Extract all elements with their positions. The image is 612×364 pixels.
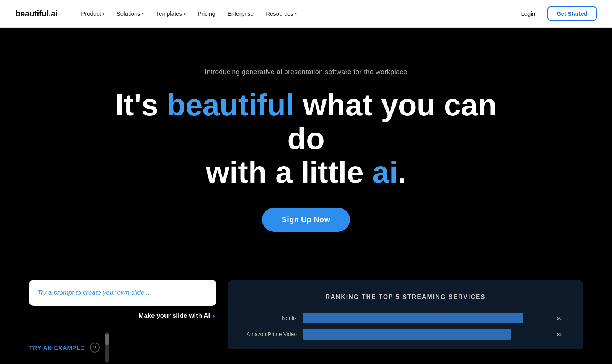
navbar: beautiful.ai Product ▾ Solutions ▾ Templ… — [0, 0, 612, 28]
chevron-down-icon: ▾ — [184, 11, 186, 16]
nav-item-pricing[interactable]: Pricing — [192, 7, 221, 20]
get-started-button[interactable]: Get Started — [547, 6, 597, 21]
chevron-down-icon: ▾ — [142, 11, 144, 16]
try-example-label[interactable]: TRY AN EXAMPLE — [29, 344, 85, 351]
headline-beautiful: beautiful — [167, 88, 294, 122]
make-slide-arrow-icon[interactable]: › — [212, 311, 215, 320]
scrollbar-thumb — [105, 334, 109, 345]
nav-actions: Login Get Started — [515, 6, 597, 21]
hero-section: Introducing generative ai presentation s… — [0, 28, 612, 265]
headline-part1: It's — [116, 88, 167, 122]
bottom-section: Make your slide with AI › TRY AN EXAMPLE… — [0, 265, 612, 363]
hero-headline: It's beautiful what you can dowith a lit… — [96, 88, 516, 189]
chart-label-netflix: Netflix — [243, 315, 297, 321]
chart-bar-container-netflix — [303, 313, 548, 323]
chart-bar-netflix — [303, 313, 523, 323]
chart-row-netflix: Netflix 90 — [243, 313, 568, 323]
chart-panel: RANKING THE TOP 5 STREAMING SERVICES Net… — [228, 280, 583, 349]
chart-value-netflix: 90 — [557, 315, 568, 321]
make-slide-label: Make your slide with AI — [138, 312, 210, 320]
nav-item-product[interactable]: Product ▾ — [76, 7, 110, 20]
nav-item-templates[interactable]: Templates ▾ — [151, 7, 191, 20]
chart-rows: Netflix 90 Amazon Prime Video 85 — [243, 313, 568, 340]
nav-item-solutions[interactable]: Solutions ▾ — [111, 7, 149, 20]
chart-title: RANKING THE TOP 5 STREAMING SERVICES — [243, 294, 568, 301]
left-panel: Make your slide with AI › TRY AN EXAMPLE… — [29, 280, 216, 363]
chart-label-amazon: Amazon Prime Video — [243, 331, 297, 337]
headline-period: . — [398, 155, 406, 189]
make-slide-row: Make your slide with AI › — [29, 306, 216, 320]
chevron-down-icon: ▾ — [103, 11, 104, 16]
chevron-down-icon: ▾ — [295, 11, 297, 16]
headline-ai: ai — [372, 155, 398, 189]
chart-bar-amazon — [303, 329, 511, 340]
chart-value-amazon: 85 — [557, 332, 568, 337]
try-example-row: TRY AN EXAMPLE ? — [29, 332, 216, 363]
scrollbar-track[interactable] — [105, 332, 109, 363]
help-icon[interactable]: ? — [90, 343, 100, 353]
logo[interactable]: beautiful.ai — [15, 9, 57, 19]
hero-subtitle: Introducing generative ai presentation s… — [205, 68, 407, 76]
nav-item-resources[interactable]: Resources ▾ — [260, 7, 302, 20]
nav-item-enterprise[interactable]: Enterprise — [222, 7, 259, 20]
signup-button[interactable]: Sign Up Now — [262, 208, 350, 232]
prompt-input[interactable] — [29, 280, 216, 306]
chart-row-amazon: Amazon Prime Video 85 — [243, 329, 568, 340]
nav-links: Product ▾ Solutions ▾ Templates ▾ Pricin… — [76, 7, 515, 20]
chart-bar-container-amazon — [303, 329, 548, 340]
login-button[interactable]: Login — [515, 7, 541, 20]
